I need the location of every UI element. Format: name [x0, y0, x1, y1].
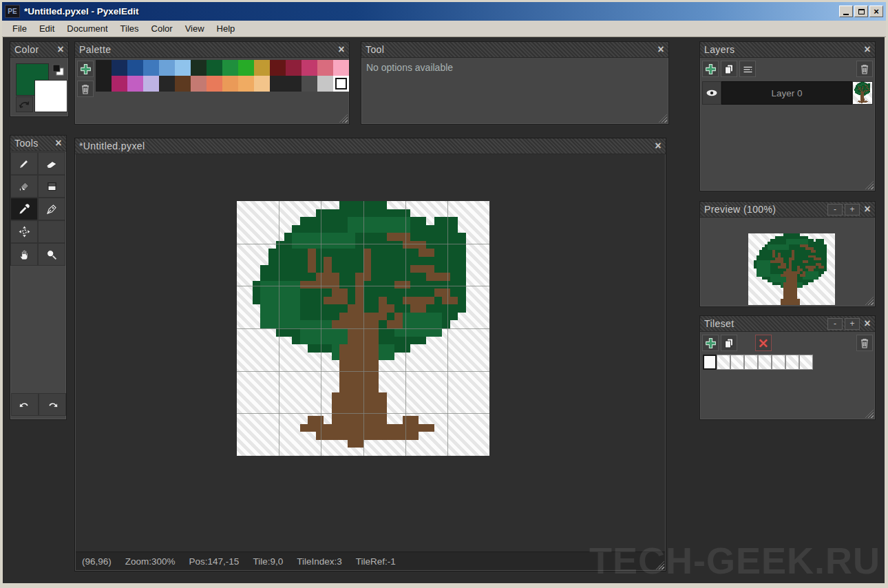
layer-thumbnail[interactable] [852, 81, 873, 105]
document-titlebar[interactable]: *Untitled.pyxel × [75, 138, 666, 154]
eraser-tool-button[interactable] [38, 152, 65, 175]
palette-swatch[interactable] [254, 60, 270, 76]
tileset-panel-titlebar[interactable]: Tileset - + × [700, 316, 875, 332]
palette-swatch[interactable] [333, 76, 349, 92]
palette-swatch[interactable] [317, 76, 333, 92]
palette-swatch[interactable] [286, 76, 302, 92]
hand-tool-button[interactable] [10, 243, 38, 266]
pen-tool-button[interactable] [38, 198, 65, 220]
palette-swatch[interactable] [302, 60, 317, 76]
background-color-swatch[interactable] [34, 80, 67, 112]
close-icon[interactable]: × [657, 44, 664, 55]
close-icon[interactable]: × [655, 140, 662, 151]
palette-panel-titlebar[interactable]: Palette × [75, 42, 349, 58]
palette-swatch[interactable] [222, 76, 238, 92]
palette-swatch[interactable] [254, 76, 270, 92]
resize-grip[interactable] [339, 114, 348, 123]
menu-item-color[interactable]: Color [145, 21, 179, 36]
add-tile-button[interactable] [702, 335, 719, 351]
palette-swatch[interactable] [175, 60, 191, 76]
add-layer-button[interactable] [702, 61, 719, 77]
add-color-button[interactable] [77, 61, 94, 77]
delete-tile-button[interactable] [856, 335, 873, 351]
palette-swatch[interactable] [143, 76, 159, 92]
undo-button[interactable] [11, 393, 39, 416]
default-colors-icon[interactable] [52, 64, 65, 76]
tileset-tile[interactable] [703, 355, 717, 370]
palette-swatch[interactable] [302, 76, 317, 92]
palette-swatch[interactable] [222, 60, 238, 76]
palette-swatch[interactable] [238, 60, 254, 76]
resize-grip[interactable] [865, 410, 874, 418]
close-icon[interactable]: × [864, 204, 871, 215]
menu-item-file[interactable]: File [6, 21, 33, 36]
palette-swatch[interactable] [159, 60, 175, 76]
merge-layer-button[interactable] [739, 61, 756, 77]
remove-tile-button[interactable] [755, 335, 772, 351]
palette-swatch[interactable] [175, 76, 191, 92]
resize-grip[interactable] [865, 181, 874, 189]
maximize-button[interactable] [854, 6, 868, 17]
drawing-canvas[interactable] [237, 201, 489, 456]
minimize-button[interactable] [839, 6, 853, 17]
color-panel-titlebar[interactable]: Color × [10, 42, 68, 58]
tileset-zoom-in-button[interactable]: + [845, 318, 860, 330]
menu-item-view[interactable]: View [179, 21, 211, 36]
palette-swatch[interactable] [112, 76, 127, 92]
layer-row[interactable]: Layer 0 [702, 81, 873, 105]
tool-panel-titlebar[interactable]: Tool × [361, 42, 668, 58]
duplicate-tile-button[interactable] [721, 335, 737, 351]
close-icon[interactable]: × [864, 318, 871, 329]
tileset-tile[interactable] [744, 355, 758, 370]
palette-swatch[interactable] [317, 60, 333, 76]
eyedropper-tool-button[interactable] [10, 198, 38, 220]
delete-color-button[interactable] [77, 81, 94, 97]
redo-button[interactable] [39, 393, 66, 416]
tileset-tile[interactable] [730, 355, 744, 370]
resize-grip[interactable] [659, 114, 667, 123]
tileset-tile[interactable] [772, 355, 785, 370]
tools-panel-titlebar[interactable]: Tools × [10, 136, 66, 151]
resize-grip[interactable] [865, 297, 874, 305]
layers-panel-titlebar[interactable]: Layers × [700, 42, 875, 58]
preview-panel-titlebar[interactable]: Preview (100%) - + × [700, 202, 875, 218]
palette-swatch[interactable] [159, 76, 175, 92]
palette-swatch[interactable] [238, 76, 254, 92]
palette-swatch[interactable] [207, 60, 222, 76]
swap-colors-icon[interactable] [16, 96, 33, 112]
tile-stamp-tool-button[interactable] [38, 175, 65, 198]
palette-swatch[interactable] [143, 60, 159, 76]
menu-item-edit[interactable]: Edit [33, 21, 61, 36]
pencil-tool-button[interactable] [10, 152, 38, 175]
menu-item-help[interactable]: Help [211, 21, 242, 36]
tileset-tile[interactable] [785, 355, 799, 370]
zoom-tool-button[interactable] [38, 243, 65, 266]
layer-visibility-toggle[interactable] [702, 81, 721, 105]
close-icon[interactable]: × [864, 44, 871, 55]
palette-swatch[interactable] [191, 60, 207, 76]
close-icon[interactable]: × [57, 44, 64, 55]
palette-swatch[interactable] [112, 60, 127, 76]
palette-swatch[interactable] [270, 60, 286, 76]
palette-swatch[interactable] [127, 60, 143, 76]
layer-name[interactable]: Layer 0 [721, 81, 852, 105]
move-tool-button[interactable] [10, 220, 38, 243]
tileset-tile[interactable] [799, 355, 813, 370]
palette-swatch[interactable] [96, 60, 112, 76]
tileset-tile[interactable] [717, 355, 730, 370]
palette-swatch[interactable] [96, 76, 112, 92]
palette-swatch[interactable] [270, 76, 286, 92]
delete-layer-button[interactable] [856, 61, 873, 77]
menu-item-document[interactable]: Document [61, 21, 114, 36]
palette-swatch[interactable] [127, 76, 143, 92]
palette-swatch[interactable] [191, 76, 207, 92]
menu-item-tiles[interactable]: Tiles [114, 21, 145, 36]
preview-zoom-out-button[interactable]: - [827, 204, 843, 216]
close-icon[interactable]: × [55, 138, 62, 149]
close-icon[interactable]: × [338, 44, 345, 55]
fill-tool-button[interactable] [10, 175, 38, 198]
tileset-tile[interactable] [758, 355, 772, 370]
palette-swatch[interactable] [207, 76, 222, 92]
palette-swatch[interactable] [286, 60, 302, 76]
close-button[interactable]: × [869, 6, 883, 17]
